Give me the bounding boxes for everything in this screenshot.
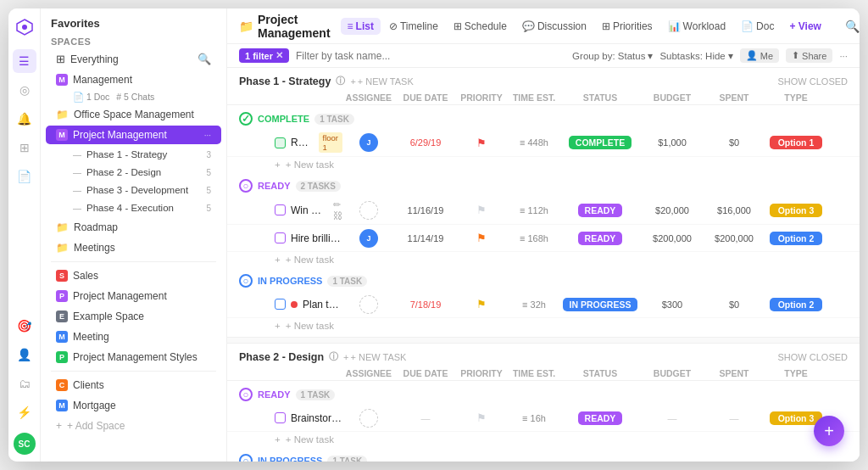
filter-close-icon[interactable]: ✕ bbox=[275, 50, 283, 61]
sidebar-search-icon[interactable]: 🔍 bbox=[198, 53, 211, 65]
tab-add-view[interactable]: + View bbox=[782, 18, 827, 35]
pm-dot: M bbox=[56, 129, 68, 141]
table-row[interactable]: Plan the build 7/18/19 ⚑ ≡ 32h IN PROGRE… bbox=[227, 291, 860, 318]
clients-label: Clients bbox=[73, 379, 211, 391]
new-task-btn-inprogress[interactable]: + + New task bbox=[227, 318, 860, 333]
table-row[interactable]: Win contract with an excellent proposal … bbox=[227, 196, 860, 225]
tab-workload[interactable]: 📊 Workload bbox=[661, 18, 732, 35]
task-checkbox[interactable] bbox=[275, 299, 286, 310]
tab-doc[interactable]: 📄 Doc bbox=[734, 18, 781, 35]
phase1-show-closed[interactable]: SHOW CLOSED bbox=[777, 76, 848, 87]
sidebar-item-meetings[interactable]: 📁 Meetings bbox=[46, 238, 221, 257]
table-row[interactable]: Hire brilliant engineers J 11/14/19 ⚑ ≡ … bbox=[227, 225, 860, 252]
status-group-p2-inprogress-header: ○ IN PROGRESS 1 TASK bbox=[227, 450, 860, 462]
sidebar-item-clients[interactable]: C Clients bbox=[46, 376, 221, 394]
new-task-btn-complete[interactable]: + + New task bbox=[227, 157, 860, 172]
phase2-new-task-btn[interactable]: + + NEW TASK bbox=[343, 352, 406, 362]
task-checkbox[interactable] bbox=[275, 204, 286, 215]
task-priority: ⚑ bbox=[456, 232, 507, 244]
sidebar-item-meeting[interactable]: M Meeting bbox=[46, 327, 221, 346]
phase1-info-icon[interactable]: ⓘ bbox=[336, 75, 345, 87]
search-button[interactable]: 🔍 bbox=[842, 15, 860, 37]
nav-goals-icon[interactable]: 🎯 bbox=[13, 314, 36, 338]
task-budget: $20,000 bbox=[639, 205, 705, 215]
sidebar-item-management[interactable]: M Management bbox=[46, 70, 221, 89]
nav-integrations-icon[interactable]: ⚡ bbox=[13, 400, 36, 424]
sidebar-phase3[interactable]: — Phase 3 - Development 5 bbox=[63, 182, 221, 199]
task-checkbox[interactable] bbox=[275, 412, 286, 423]
share-button[interactable]: ⬆ Share bbox=[786, 48, 832, 63]
user-avatar[interactable]: SC bbox=[14, 433, 36, 455]
nav-storage-icon[interactable]: 🗂 bbox=[13, 372, 36, 395]
type-badge: Option 2 bbox=[770, 232, 823, 245]
sidebar-item-everything[interactable]: ⊞ Everything 🔍 bbox=[46, 49, 221, 69]
nav-members-icon[interactable]: 👤 bbox=[13, 343, 36, 366]
complete-circle-icon[interactable]: ✓ bbox=[239, 112, 253, 126]
sidebar-item-pm2[interactable]: P Project Management bbox=[46, 287, 221, 305]
task-checkbox[interactable] bbox=[275, 137, 286, 148]
sidebar-phase2[interactable]: — Phase 2 - Design 5 bbox=[63, 164, 221, 181]
pm-options-icon[interactable]: ··· bbox=[204, 131, 211, 140]
filter-input[interactable] bbox=[296, 50, 565, 62]
tab-timeline[interactable]: ⊘ Timeline bbox=[382, 18, 445, 35]
inprogress-task-count: 1 TASK bbox=[327, 276, 367, 287]
sidebar-phase1[interactable]: — Phase 1 - Strategy 3 bbox=[63, 146, 221, 163]
inprogress-label: IN PROGRESS bbox=[258, 276, 322, 286]
app-logo[interactable] bbox=[13, 15, 36, 39]
tab-list[interactable]: ≡ List bbox=[341, 18, 381, 35]
col-spent-header: SPENT bbox=[705, 92, 763, 103]
filter-badge[interactable]: 1 filter ✕ bbox=[239, 48, 289, 63]
sidebar-add-space[interactable]: + + Add Space bbox=[46, 417, 221, 435]
new-task-btn-p2-ready[interactable]: + + New task bbox=[227, 432, 860, 447]
sidebar-item-example[interactable]: E Example Space bbox=[46, 307, 221, 326]
sidebar-item-mortgage[interactable]: M Mortgage bbox=[46, 396, 221, 415]
nav-pulse-icon[interactable]: ◎ bbox=[13, 78, 36, 102]
subtasks-toggle[interactable]: Subtasks: Hide ▾ bbox=[659, 50, 732, 62]
groupby-selector[interactable]: Group by: Status ▾ bbox=[572, 50, 653, 62]
task-dot-icon bbox=[291, 301, 298, 308]
inprogress-circle-icon[interactable]: ○ bbox=[239, 274, 253, 288]
table-row[interactable]: Brainstorming meetings — ⚑ ≡ 16h READY —… bbox=[227, 405, 860, 432]
ready-circle-icon[interactable]: ○ bbox=[239, 179, 253, 193]
phase1-new-task-btn[interactable]: + + NEW TASK bbox=[350, 76, 413, 87]
col-budget-header: BUDGET bbox=[639, 92, 705, 103]
col-status-header: STATUS bbox=[561, 92, 639, 103]
sidebar-item-office-space[interactable]: 📁 Office Space Management bbox=[46, 105, 221, 124]
phase3-icon: — bbox=[73, 186, 81, 195]
task-priority: ⚑ bbox=[456, 298, 507, 311]
assignee-empty-avatar bbox=[359, 409, 378, 428]
me-button[interactable]: 👤 Me bbox=[740, 48, 779, 63]
task-checkbox[interactable] bbox=[275, 232, 286, 243]
sidebar-phase4[interactable]: — Phase 4 - Execution 5 bbox=[63, 199, 221, 216]
list-icon: ≡ bbox=[348, 20, 353, 32]
tab-schedule[interactable]: ⊞ Schedule bbox=[447, 18, 514, 35]
table-row[interactable]: Research how to crush the competition fl… bbox=[227, 129, 860, 157]
nav-notifications-icon[interactable]: 🔔 bbox=[13, 107, 36, 131]
sidebar-item-pm-styles[interactable]: P Project Management Styles bbox=[46, 348, 221, 366]
sidebar-item-project-management[interactable]: M Project Management ··· bbox=[46, 126, 221, 144]
more-options-button[interactable]: ··· bbox=[839, 51, 848, 61]
type-badge: Option 1 bbox=[770, 136, 823, 149]
fab-button[interactable]: + bbox=[814, 416, 844, 446]
sidebar-item-sales[interactable]: S Sales bbox=[46, 266, 221, 285]
sidebar-item-roadmap[interactable]: 📁 Roadmap bbox=[46, 218, 221, 237]
phase2-info-icon[interactable]: ⓘ bbox=[329, 350, 338, 363]
new-task-btn-ready[interactable]: + + New task bbox=[227, 252, 860, 267]
everything-icon: ⊞ bbox=[56, 53, 65, 65]
p2-inprogress-circle-icon[interactable]: ○ bbox=[239, 454, 253, 462]
tab-priorities[interactable]: ⊞ Priorities bbox=[595, 18, 659, 35]
status-group-p2-inprogress: ○ IN PROGRESS 1 TASK Write a knowledge b… bbox=[227, 450, 860, 462]
p2-ready-circle-icon[interactable]: ○ bbox=[239, 388, 253, 401]
example-label: Example Space bbox=[73, 311, 211, 322]
tab-discussion[interactable]: 💬 Discussion bbox=[515, 18, 593, 35]
task-spent: — bbox=[705, 413, 763, 423]
nav-apps-icon[interactable]: ⊞ bbox=[13, 136, 36, 159]
col-spent-header2: SPENT bbox=[705, 368, 763, 378]
col-duedate-header2: DUE DATE bbox=[395, 368, 456, 378]
nav-home-icon[interactable]: ☰ bbox=[13, 49, 36, 73]
phase2-show-closed[interactable]: SHOW CLOSED bbox=[777, 352, 848, 362]
add-space-icon: + bbox=[56, 420, 62, 432]
col-headers-phase1: ASSIGNEE DUE DATE PRIORITY TIME EST. STA… bbox=[227, 91, 860, 105]
nav-docs-icon[interactable]: 📄 bbox=[13, 165, 36, 188]
priority-flag-icon: ⚑ bbox=[476, 204, 487, 216]
